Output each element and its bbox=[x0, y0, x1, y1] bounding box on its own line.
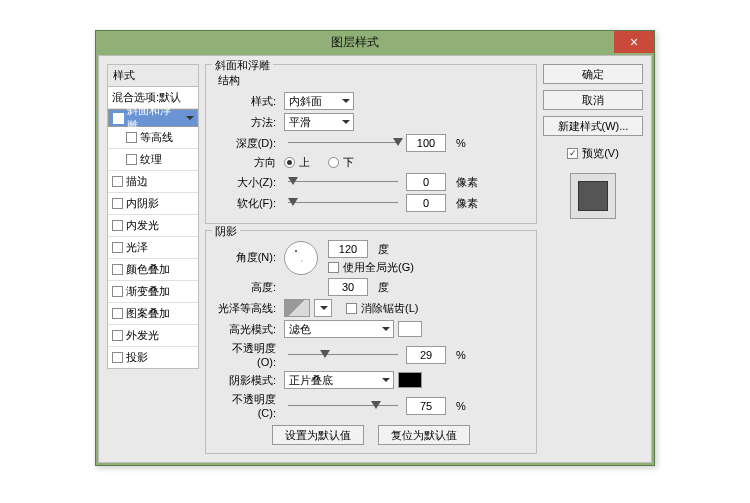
preview-label: 预览(V) bbox=[582, 146, 619, 161]
bevel-group: 斜面和浮雕 结构 样式: 内斜面 方法: 平滑 深度(D): % 方向 bbox=[205, 64, 537, 224]
highlight-opacity-input[interactable] bbox=[406, 346, 446, 364]
style-item-label: 渐变叠加 bbox=[126, 284, 170, 299]
preview-box bbox=[570, 173, 616, 219]
direction-down-label: 下 bbox=[343, 155, 354, 170]
shadow-opacity-slider[interactable] bbox=[288, 399, 398, 413]
depth-thumb[interactable] bbox=[393, 138, 403, 151]
preview-swatch bbox=[578, 181, 608, 211]
depth-slider[interactable] bbox=[288, 136, 398, 150]
soften-unit: 像素 bbox=[456, 196, 478, 211]
shading-legend: 阴影 bbox=[212, 224, 240, 239]
bevel-legend: 斜面和浮雕 bbox=[212, 58, 273, 73]
style-checkbox[interactable] bbox=[126, 154, 137, 165]
style-item-5[interactable]: 内发光 bbox=[108, 215, 198, 237]
style-item-6[interactable]: 光泽 bbox=[108, 237, 198, 259]
style-item-label: 光泽 bbox=[126, 240, 148, 255]
gloss-contour-dropdown[interactable] bbox=[314, 299, 332, 317]
depth-label: 深度(D): bbox=[214, 136, 280, 151]
technique-label: 方法: bbox=[214, 115, 280, 130]
style-checkbox[interactable] bbox=[112, 264, 123, 275]
highlight-mode-select[interactable]: 滤色 bbox=[284, 320, 394, 338]
size-slider[interactable] bbox=[288, 175, 398, 189]
antialias-checkbox[interactable] bbox=[346, 303, 357, 314]
direction-down-radio[interactable] bbox=[328, 157, 339, 168]
style-item-2[interactable]: 纹理 bbox=[108, 149, 198, 171]
highlight-opacity-thumb[interactable] bbox=[320, 350, 330, 363]
size-input[interactable] bbox=[406, 173, 446, 191]
ok-button[interactable]: 确定 bbox=[543, 64, 643, 84]
highlight-mode-label: 高光模式: bbox=[214, 322, 280, 337]
soften-slider[interactable] bbox=[288, 196, 398, 210]
style-item-label: 斜面和浮雕 bbox=[127, 103, 181, 133]
altitude-label: 高度: bbox=[214, 280, 280, 295]
style-item-label: 内阴影 bbox=[126, 196, 159, 211]
styles-sidebar: 样式 混合选项:默认斜面和浮雕等高线纹理描边内阴影内发光光泽颜色叠加渐变叠加图案… bbox=[107, 64, 199, 454]
global-light-label: 使用全局光(G) bbox=[343, 260, 414, 275]
main-panel: 斜面和浮雕 结构 样式: 内斜面 方法: 平滑 深度(D): % 方向 bbox=[205, 64, 537, 454]
highlight-color-chip[interactable] bbox=[398, 321, 422, 337]
style-item-8[interactable]: 渐变叠加 bbox=[108, 281, 198, 303]
size-thumb[interactable] bbox=[288, 177, 298, 190]
layer-style-dialog: 图层样式 × 样式 混合选项:默认斜面和浮雕等高线纹理描边内阴影内发光光泽颜色叠… bbox=[95, 30, 655, 466]
style-checkbox[interactable] bbox=[112, 286, 123, 297]
shadow-opacity-thumb[interactable] bbox=[371, 401, 381, 414]
style-item-label: 投影 bbox=[126, 350, 148, 365]
shadow-opacity-unit: % bbox=[456, 400, 466, 412]
style-item-label: 描边 bbox=[126, 174, 148, 189]
style-item-4[interactable]: 内阴影 bbox=[108, 193, 198, 215]
angle-control[interactable] bbox=[284, 241, 318, 275]
size-unit: 像素 bbox=[456, 175, 478, 190]
antialias-label: 消除锯齿(L) bbox=[361, 301, 418, 316]
style-item-11[interactable]: 投影 bbox=[108, 347, 198, 368]
style-checkbox[interactable] bbox=[112, 176, 123, 187]
global-light-checkbox[interactable] bbox=[328, 262, 339, 273]
altitude-input[interactable] bbox=[328, 278, 368, 296]
shadow-opacity-input[interactable] bbox=[406, 397, 446, 415]
styles-list: 混合选项:默认斜面和浮雕等高线纹理描边内阴影内发光光泽颜色叠加渐变叠加图案叠加外… bbox=[107, 86, 199, 369]
reset-default-button[interactable]: 复位为默认值 bbox=[378, 425, 470, 445]
technique-select[interactable]: 平滑 bbox=[284, 113, 354, 131]
new-style-button[interactable]: 新建样式(W)... bbox=[543, 116, 643, 136]
direction-up-radio[interactable] bbox=[284, 157, 295, 168]
dialog-title: 图层样式 bbox=[96, 34, 614, 51]
shadow-mode-label: 阴影模式: bbox=[214, 373, 280, 388]
style-item-7[interactable]: 颜色叠加 bbox=[108, 259, 198, 281]
style-item-3[interactable]: 描边 bbox=[108, 171, 198, 193]
depth-input[interactable] bbox=[406, 134, 446, 152]
style-label: 样式: bbox=[214, 94, 280, 109]
style-select[interactable]: 内斜面 bbox=[284, 92, 354, 110]
style-checkbox[interactable] bbox=[112, 330, 123, 341]
gloss-contour-picker[interactable] bbox=[284, 299, 310, 317]
highlight-opacity-unit: % bbox=[456, 349, 466, 361]
style-checkbox[interactable] bbox=[112, 308, 123, 319]
style-checkbox[interactable] bbox=[126, 132, 137, 143]
soften-input[interactable] bbox=[406, 194, 446, 212]
style-checkbox[interactable] bbox=[112, 198, 123, 209]
make-default-button[interactable]: 设置为默认值 bbox=[272, 425, 364, 445]
style-item-9[interactable]: 图案叠加 bbox=[108, 303, 198, 325]
style-item-label: 颜色叠加 bbox=[126, 262, 170, 277]
right-panel: 确定 取消 新建样式(W)... 预览(V) bbox=[543, 64, 643, 454]
sidebar-header: 样式 bbox=[107, 64, 199, 86]
style-item-0[interactable]: 斜面和浮雕 bbox=[108, 109, 198, 127]
direction-label: 方向 bbox=[214, 155, 280, 170]
dialog-body: 样式 混合选项:默认斜面和浮雕等高线纹理描边内阴影内发光光泽颜色叠加渐变叠加图案… bbox=[98, 55, 652, 463]
style-checkbox[interactable] bbox=[113, 113, 124, 124]
altitude-unit: 度 bbox=[378, 280, 389, 295]
style-item-label: 图案叠加 bbox=[126, 306, 170, 321]
style-checkbox[interactable] bbox=[112, 220, 123, 231]
shadow-color-chip[interactable] bbox=[398, 372, 422, 388]
angle-input[interactable] bbox=[328, 240, 368, 258]
shadow-mode-select[interactable]: 正片叠底 bbox=[284, 371, 394, 389]
style-checkbox[interactable] bbox=[112, 352, 123, 363]
style-checkbox[interactable] bbox=[112, 242, 123, 253]
angle-label: 角度(N): bbox=[214, 250, 280, 265]
soften-label: 软化(F): bbox=[214, 196, 280, 211]
cancel-button[interactable]: 取消 bbox=[543, 90, 643, 110]
preview-checkbox[interactable] bbox=[567, 148, 578, 159]
style-item-10[interactable]: 外发光 bbox=[108, 325, 198, 347]
structure-legend: 结构 bbox=[218, 73, 528, 88]
close-button[interactable]: × bbox=[614, 31, 654, 53]
highlight-opacity-slider[interactable] bbox=[288, 348, 398, 362]
soften-thumb[interactable] bbox=[288, 198, 298, 211]
